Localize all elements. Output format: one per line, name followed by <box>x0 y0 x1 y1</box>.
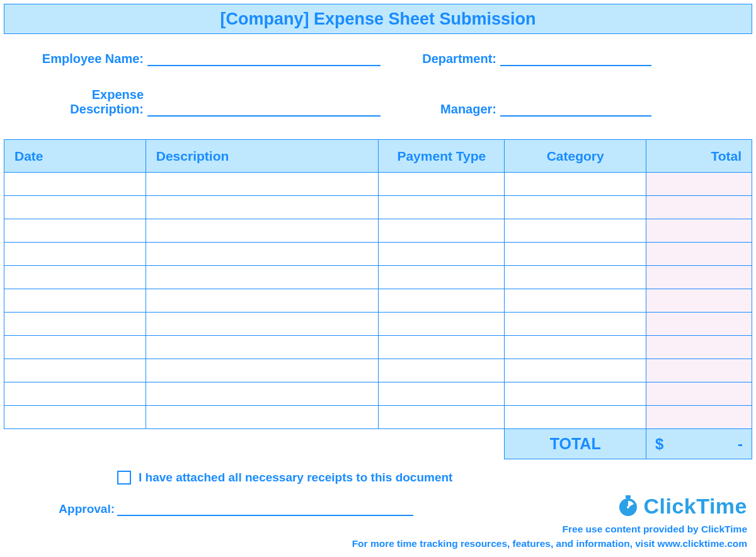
cell-payment_type[interactable] <box>379 336 505 359</box>
manager-field: Manager: <box>418 88 651 117</box>
cell-date[interactable] <box>4 382 146 406</box>
cell-category[interactable] <box>505 219 646 243</box>
cell-description[interactable] <box>146 359 379 382</box>
cell-date[interactable] <box>4 289 146 313</box>
cell-total[interactable] <box>646 382 752 406</box>
employee-name-label: Employee Name: <box>40 52 147 66</box>
info-section: Employee Name: Department: Expense Descr… <box>4 34 752 139</box>
cell-total[interactable] <box>646 266 752 289</box>
table-row <box>4 382 752 406</box>
brand-name: ClickTime <box>643 494 747 519</box>
cell-date[interactable] <box>4 243 146 266</box>
cell-date[interactable] <box>4 219 146 243</box>
table-row <box>4 219 752 243</box>
expense-table: Date Description Payment Type Category T… <box>4 139 752 459</box>
cell-total[interactable] <box>646 289 752 313</box>
cell-payment_type[interactable] <box>379 173 505 196</box>
cell-total[interactable] <box>646 219 752 243</box>
cell-description[interactable] <box>146 243 379 266</box>
expense-description-field: Expense Description: <box>40 88 381 117</box>
table-row <box>4 313 752 336</box>
department-input[interactable] <box>500 52 651 66</box>
cell-category[interactable] <box>505 289 646 313</box>
approval-label: Approval: <box>54 502 117 516</box>
cell-date[interactable] <box>4 406 146 429</box>
cell-payment_type[interactable] <box>379 289 505 313</box>
expense-description-label: Expense Description: <box>40 88 147 117</box>
cell-payment_type[interactable] <box>379 196 505 219</box>
receipts-checkbox-label: I have attached all necessary receipts t… <box>139 471 452 485</box>
employee-name-field: Employee Name: <box>40 52 381 66</box>
svg-point-3 <box>627 506 629 508</box>
cell-description[interactable] <box>146 313 379 336</box>
cell-payment_type[interactable] <box>379 313 505 336</box>
grand-total-amount: $ - <box>646 429 752 459</box>
cell-payment_type[interactable] <box>379 266 505 289</box>
cell-date[interactable] <box>4 173 146 196</box>
cell-description[interactable] <box>146 336 379 359</box>
cell-description[interactable] <box>146 406 379 429</box>
cell-payment_type[interactable] <box>379 406 505 429</box>
cell-total[interactable] <box>646 359 752 382</box>
table-row <box>4 243 752 266</box>
cell-category[interactable] <box>505 173 646 196</box>
cell-total[interactable] <box>646 336 752 359</box>
table-row <box>4 266 752 289</box>
employee-name-input[interactable] <box>147 52 381 66</box>
cell-total[interactable] <box>646 406 752 429</box>
col-category: Category <box>505 140 646 173</box>
cell-date[interactable] <box>4 196 146 219</box>
cell-total[interactable] <box>646 313 752 336</box>
cell-description[interactable] <box>146 382 379 406</box>
cell-description[interactable] <box>146 266 379 289</box>
cell-category[interactable] <box>505 243 646 266</box>
cell-category[interactable] <box>505 196 646 219</box>
grand-total-currency: $ <box>655 435 663 453</box>
receipts-checkbox[interactable] <box>117 471 131 485</box>
department-label: Department: <box>418 52 500 66</box>
cell-date[interactable] <box>4 313 146 336</box>
cell-category[interactable] <box>505 359 646 382</box>
cell-category[interactable] <box>505 266 646 289</box>
col-date: Date <box>4 140 146 173</box>
cell-total[interactable] <box>646 196 752 219</box>
cell-payment_type[interactable] <box>379 382 505 406</box>
table-row <box>4 359 752 382</box>
cell-date[interactable] <box>4 266 146 289</box>
brand-logo: ClickTime <box>352 493 747 519</box>
footer-line-1: Free use content provided by ClickTime <box>352 522 747 536</box>
manager-input[interactable] <box>500 103 651 117</box>
col-total: Total <box>646 140 752 173</box>
table-row <box>4 196 752 219</box>
cell-description[interactable] <box>146 219 379 243</box>
grand-total-value: - <box>738 435 743 453</box>
cell-payment_type[interactable] <box>379 243 505 266</box>
cell-description[interactable] <box>146 173 379 196</box>
manager-label: Manager: <box>418 102 500 117</box>
cell-description[interactable] <box>146 289 379 313</box>
expense-description-input[interactable] <box>147 103 381 117</box>
stopwatch-icon <box>616 493 641 519</box>
cell-category[interactable] <box>505 382 646 406</box>
table-row <box>4 289 752 313</box>
svg-rect-2 <box>627 497 629 500</box>
cell-date[interactable] <box>4 336 146 359</box>
cell-payment_type[interactable] <box>379 359 505 382</box>
table-row <box>4 336 752 359</box>
cell-total[interactable] <box>646 173 752 196</box>
footer-line-2: For more time tracking resources, featur… <box>352 537 747 551</box>
col-description: Description <box>146 140 379 173</box>
page-title: [Company] Expense Sheet Submission <box>4 4 752 34</box>
cell-category[interactable] <box>505 313 646 336</box>
table-row <box>4 406 752 429</box>
cell-date[interactable] <box>4 359 146 382</box>
table-row <box>4 173 752 196</box>
cell-category[interactable] <box>505 336 646 359</box>
cell-total[interactable] <box>646 243 752 266</box>
footer: ClickTime Free use content provided by C… <box>352 493 747 551</box>
receipts-confirmation: I have attached all necessary receipts t… <box>117 471 752 485</box>
cell-description[interactable] <box>146 196 379 219</box>
cell-payment_type[interactable] <box>379 219 505 243</box>
cell-category[interactable] <box>505 406 646 429</box>
col-payment-type: Payment Type <box>379 140 505 173</box>
